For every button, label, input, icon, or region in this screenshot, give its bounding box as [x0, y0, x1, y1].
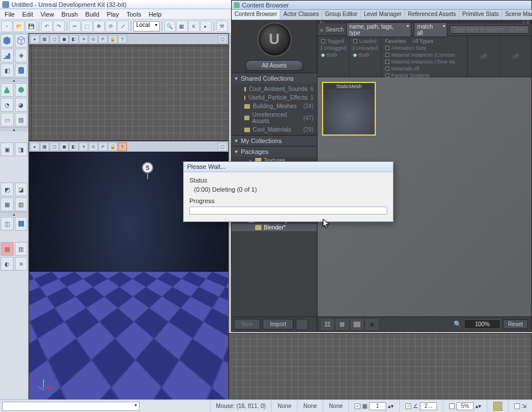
- coord-space-select[interactable]: Local: [133, 21, 160, 31]
- cut-icon[interactable]: ✂: [69, 21, 81, 32]
- actor-icon[interactable]: ◨: [15, 142, 28, 156]
- scale-icon[interactable]: ⤢: [117, 21, 129, 32]
- filter-option[interactable]: Both: [321, 52, 346, 58]
- undo-icon[interactable]: ↶: [41, 21, 53, 32]
- push-check[interactable]: [514, 403, 520, 409]
- save-icon[interactable]: 💾: [25, 21, 37, 32]
- my-collections-header[interactable]: ▼My Collections: [232, 136, 317, 146]
- type-filter[interactable]: Material Instances (Constan: [385, 52, 463, 58]
- move-icon[interactable]: ✥: [15, 49, 28, 62]
- filter-option[interactable]: Untagged: [321, 45, 346, 52]
- realtime-icon[interactable]: ▸: [30, 35, 39, 43]
- search-input[interactable]: [450, 25, 529, 34]
- thumb-size-large-icon[interactable]: [351, 319, 363, 330]
- drag-grid-check[interactable]: ✓: [355, 403, 360, 409]
- tab-scene-manager[interactable]: Scene Manager: [502, 10, 532, 19]
- refresh-icon[interactable]: [296, 319, 308, 330]
- hide-icon[interactable]: ▥: [15, 242, 28, 256]
- tab-content-browser[interactable]: Content Browser: [232, 10, 280, 19]
- tab-actor-classes[interactable]: Actor Classes: [280, 10, 322, 19]
- dialog-title[interactable]: Please Wait...: [184, 162, 393, 172]
- menu-build[interactable]: Build: [82, 10, 102, 19]
- translate-icon[interactable]: ✥: [93, 21, 105, 32]
- zoom-icon[interactable]: 🔍: [454, 320, 462, 328]
- collection-item[interactable]: Unreferenced Assets(47): [232, 110, 317, 125]
- import-button[interactable]: Import: [263, 319, 293, 330]
- select-icon[interactable]: ⬚: [81, 21, 93, 32]
- menu-play[interactable]: Play: [104, 10, 122, 19]
- thumb-size-med-icon[interactable]: [336, 319, 348, 330]
- matinee-icon[interactable]: ▸: [200, 21, 212, 32]
- tab-referenced-assets[interactable]: Referenced Assets: [405, 10, 459, 19]
- show-selected-icon[interactable]: ▤: [1, 242, 14, 256]
- stairs-icon[interactable]: [1, 49, 14, 62]
- curved-stair-icon[interactable]: ◔: [1, 98, 14, 112]
- content-browser-titlebar[interactable]: Content Browser: [232, 1, 531, 10]
- max-icon[interactable]: ▢: [218, 35, 227, 43]
- search-mode-select[interactable]: name, path, tags, type: [346, 22, 411, 37]
- lock-icon[interactable]: 🔒: [108, 35, 117, 43]
- content-browser-icon[interactable]: ▦: [176, 21, 188, 32]
- collapse-icon[interactable]: ▲: [0, 78, 28, 82]
- collection-item[interactable]: Building_Meshes(24): [232, 102, 317, 110]
- t-icon[interactable]: T: [118, 35, 127, 43]
- packages-header[interactable]: ▼Packages: [232, 146, 317, 157]
- menu-file[interactable]: File: [1, 10, 18, 19]
- filter-option[interactable]: Loaded: [353, 38, 378, 45]
- menu-view[interactable]: View: [37, 10, 58, 19]
- collapse-icon[interactable]: ▲: [0, 212, 28, 216]
- match-select[interactable]: match all: [414, 22, 447, 37]
- g-icon[interactable]: G: [89, 142, 98, 151]
- expand-icon[interactable]: »: [320, 26, 323, 33]
- csg-add-icon[interactable]: ◩: [1, 183, 14, 196]
- reset-button[interactable]: Reset: [503, 319, 528, 329]
- realtime-icon[interactable]: ▸: [30, 142, 39, 151]
- detail-icon[interactable]: ◧: [69, 142, 78, 151]
- filter-option[interactable]: Both: [353, 52, 378, 58]
- kismet-icon[interactable]: K: [188, 21, 200, 32]
- light-actor-icon[interactable]: S: [138, 162, 157, 181]
- g-icon[interactable]: G: [89, 35, 98, 43]
- redo-icon[interactable]: ↷: [53, 21, 65, 32]
- csg-inter-icon[interactable]: ▦: [1, 197, 14, 211]
- rot-snap[interactable]: 2...: [420, 402, 437, 410]
- scale-snap[interactable]: 5%: [456, 402, 474, 410]
- filter-option[interactable]: Unloaded: [353, 45, 378, 52]
- unlit-icon[interactable]: ◻: [50, 142, 59, 151]
- lit-icon[interactable]: ◼: [59, 35, 69, 43]
- collection-item[interactable]: Cool_Ambient_Sounds6: [232, 85, 317, 93]
- cube-brush-icon[interactable]: [1, 34, 14, 47]
- card-icon[interactable]: ◧: [1, 64, 14, 77]
- none-icon[interactable]: ✕: [15, 257, 28, 271]
- viewport-canvas[interactable]: [29, 44, 228, 140]
- zoom-level[interactable]: 100%: [464, 319, 501, 329]
- p-icon[interactable]: P: [98, 35, 108, 43]
- tree-node[interactable]: Blender*: [232, 224, 317, 231]
- open-icon[interactable]: 📂: [13, 21, 25, 32]
- collection-item[interactable]: Useful_Particle_Effects1: [232, 93, 317, 102]
- thumb-size-small-icon[interactable]: [321, 319, 334, 330]
- invert-icon[interactable]: ◐: [1, 257, 14, 271]
- detail-icon[interactable]: ◧: [69, 35, 78, 43]
- thumb-size-list-icon[interactable]: ≡: [366, 319, 378, 330]
- light-icon[interactable]: ☀: [79, 35, 88, 43]
- scale-grid-check[interactable]: [449, 403, 455, 409]
- viewport-side[interactable]: [229, 333, 532, 402]
- spiral-stair-icon[interactable]: ◕: [15, 98, 28, 112]
- csg-deint-icon[interactable]: ▧: [15, 197, 28, 211]
- menu-help[interactable]: Help: [145, 10, 165, 19]
- collection-item[interactable]: Cool_Materials(29): [232, 125, 317, 134]
- filter-option[interactable]: Tagged: [321, 38, 346, 45]
- volume-icon[interactable]: ▨: [15, 113, 28, 126]
- tab-primitive-stats[interactable]: Primitive Stats: [459, 10, 502, 19]
- build-icon[interactable]: ⚒: [216, 21, 228, 32]
- stepper-icon[interactable]: ▴▾: [388, 403, 394, 409]
- p-icon[interactable]: P: [98, 142, 108, 151]
- new-icon[interactable]: ▫: [1, 21, 13, 32]
- tab-level-manager[interactable]: Level Manager: [361, 10, 405, 19]
- type-filter[interactable]: Material Instances (Time Va: [385, 58, 463, 65]
- menu-tools[interactable]: Tools: [123, 10, 145, 19]
- search-icon[interactable]: 🔍: [164, 21, 176, 32]
- t-icon[interactable]: T: [118, 142, 127, 151]
- volume-add-icon[interactable]: [15, 217, 28, 231]
